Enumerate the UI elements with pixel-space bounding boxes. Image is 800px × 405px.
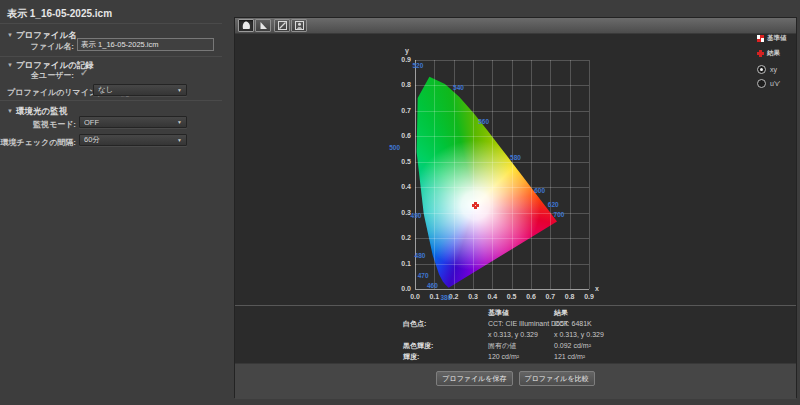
wavelength-label: 520 xyxy=(407,62,429,69)
wavelength-label: 540 xyxy=(448,84,470,91)
luminance-label: 輝度: xyxy=(403,352,488,362)
x-tick-label: 0.3 xyxy=(463,293,483,300)
chromaticity-gamut-icon xyxy=(241,20,252,31)
all-users-label: 全ユーザー: xyxy=(0,70,74,81)
x-tick-label: 0.9 xyxy=(579,293,599,300)
grid-line-x xyxy=(512,60,513,289)
white-point-res: CCT: 6481K xyxy=(554,320,704,327)
white-point-ref: CCT: CIE Illuminant D65K xyxy=(488,320,554,327)
monitor-mode-label: 監視モード: xyxy=(0,119,76,130)
collapse-triangle-icon[interactable]: ▼ xyxy=(7,108,13,114)
y-tick-label: 0.5 xyxy=(391,158,411,165)
legend-result: 結果 xyxy=(757,49,797,58)
grid-line-x xyxy=(550,60,551,289)
profile-info-button[interactable] xyxy=(291,19,307,32)
monitor-mode-dropdown[interactable]: OFF ▼ xyxy=(79,116,187,128)
radio-button-icon xyxy=(757,79,766,88)
radio-button-icon xyxy=(757,65,766,74)
legend-reference: 基準値 xyxy=(757,34,797,43)
chromaticity-view-button[interactable] xyxy=(238,19,254,32)
view-toolbar xyxy=(235,18,796,34)
collapse-triangle-icon[interactable]: ▼ xyxy=(7,32,13,38)
y-tick-label: 0.8 xyxy=(391,81,411,88)
divider xyxy=(0,23,222,24)
x-tick-label: 0.0 xyxy=(405,293,425,300)
results-table: 基準値 結果 白色点: CCT: CIE Illuminant D65K CCT… xyxy=(403,307,704,362)
grid-line-y xyxy=(415,136,589,137)
wavelength-label: 500 xyxy=(384,144,406,151)
y-tick-label: 0.6 xyxy=(391,132,411,139)
chevron-down-icon: ▼ xyxy=(177,87,182,93)
y-tick-label: 0.1 xyxy=(391,260,411,267)
application-window: 表示 1_16-05-2025.icm ▼プロファイル名 ファイル名: ▼プロフ… xyxy=(0,0,800,405)
chevron-down-icon: ▼ xyxy=(177,137,182,143)
grid-line-y xyxy=(415,111,589,112)
x-axis-label: x xyxy=(595,285,599,292)
black-luminance-res: 0.092 cd/m² xyxy=(554,342,704,349)
compare-profile-button[interactable]: プロファイルを比較 xyxy=(519,371,595,386)
check-interval-dropdown[interactable]: 60分 ▼ xyxy=(79,134,187,146)
x-tick-label: 0.5 xyxy=(502,293,522,300)
col-header-reference: 基準値 xyxy=(488,308,554,318)
chart-legend: 基準値 結果 xy u'v' xyxy=(757,34,797,92)
y-tick-label: 0.4 xyxy=(391,183,411,190)
spectral-locus-gamut xyxy=(415,60,589,289)
tone-curve-icon xyxy=(277,20,288,31)
y-axis-label: y xyxy=(405,47,409,54)
collapse-triangle-icon[interactable]: ▼ xyxy=(7,62,13,68)
white-point-marker xyxy=(472,202,479,209)
y-tick-label: 0.0 xyxy=(391,285,411,292)
chevron-down-icon: ▼ xyxy=(177,119,182,125)
wavelength-label: 460 xyxy=(421,282,443,289)
tone-curve-button[interactable] xyxy=(274,19,290,32)
grid-line-y xyxy=(415,60,589,61)
y-tick-label: 0.2 xyxy=(391,234,411,241)
wavelength-label: 470 xyxy=(412,272,434,279)
reference-marker-icon xyxy=(757,35,764,42)
x-tick-label: 0.6 xyxy=(521,293,541,300)
save-profile-button[interactable]: プロファイルを保存 xyxy=(436,371,512,386)
y-tick-label: 0.7 xyxy=(391,107,411,114)
check-interval-label: 環境チェックの間隔: xyxy=(0,137,76,148)
divider xyxy=(0,56,222,57)
grid-line-y xyxy=(415,289,589,290)
wavelength-label: 580 xyxy=(505,154,527,161)
grid-line-y xyxy=(415,264,589,265)
x-tick-label: 0.4 xyxy=(482,293,502,300)
result-panel: 0.00.10.20.30.40.50.60.70.80.90.00.10.20… xyxy=(234,17,797,398)
luminance-ref: 120 cd/m² xyxy=(488,353,554,360)
file-name-input[interactable] xyxy=(77,38,214,51)
radio-uv[interactable]: u'v' xyxy=(757,78,797,88)
grid-line-x xyxy=(589,60,590,289)
all-users-checkbox[interactable]: ✓ xyxy=(80,67,88,78)
wavelength-label: 620 xyxy=(542,201,564,208)
black-luminance-ref: 固有の値 xyxy=(488,341,554,351)
person-icon xyxy=(294,20,305,31)
wavelength-label: 490 xyxy=(405,212,427,219)
file-name-label: ファイル名: xyxy=(0,41,74,52)
radio-xy[interactable]: xy xyxy=(757,64,797,74)
x-tick-label: 0.8 xyxy=(560,293,580,300)
divider xyxy=(235,305,796,306)
page-title: 表示 1_16-05-2025.icm xyxy=(7,7,112,21)
grid-line-x xyxy=(434,60,435,289)
grid-line-y xyxy=(415,85,589,86)
result-marker-icon xyxy=(757,50,764,57)
luminance-res: 121 cd/m² xyxy=(554,353,704,360)
wavelength-label: 380 xyxy=(435,294,457,301)
divider xyxy=(0,100,222,101)
x-tick-label: 0.7 xyxy=(540,293,560,300)
wavelength-label: 480 xyxy=(409,252,431,259)
gamut-triangle-button[interactable] xyxy=(255,19,271,32)
grid-line-x xyxy=(492,60,493,289)
reminder-dropdown[interactable]: なし ▼ xyxy=(93,84,187,96)
triangle-icon xyxy=(258,20,269,31)
chromaticity-chart: 0.00.10.20.30.40.50.60.70.80.90.00.10.20… xyxy=(235,34,796,305)
grid-line-y xyxy=(415,187,589,188)
footer-bar: プロファイルを保存 プロファイルを比較 xyxy=(235,363,796,399)
white-point-xy-res: x 0.313, y 0.329 xyxy=(554,331,704,338)
white-point-xy-ref: x 0.313, y 0.329 xyxy=(488,331,554,338)
grid-line-y xyxy=(415,238,589,239)
grid-line-x xyxy=(570,60,571,289)
wavelength-label: 700 xyxy=(548,211,570,218)
